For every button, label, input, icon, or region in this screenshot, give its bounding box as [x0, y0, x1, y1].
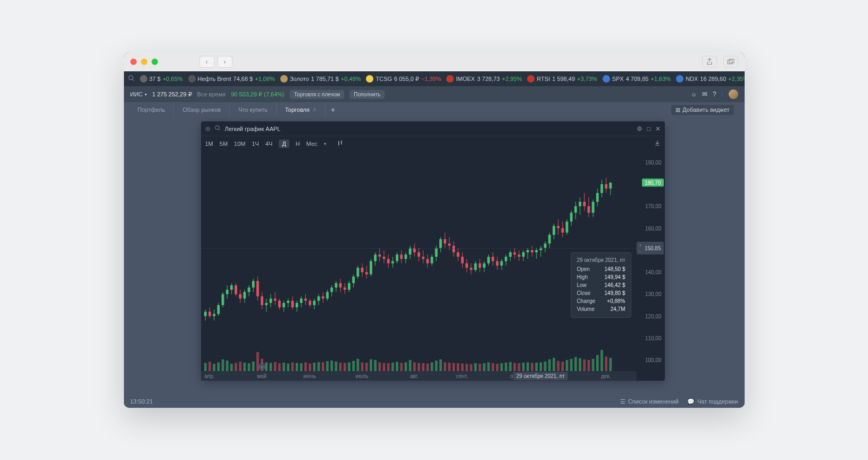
- svg-rect-131: [382, 363, 385, 371]
- svg-rect-128: [378, 363, 381, 372]
- timeframe-Н[interactable]: Н: [296, 141, 300, 147]
- svg-rect-170: [439, 359, 442, 371]
- svg-rect-142: [400, 254, 403, 259]
- svg-rect-32: [239, 362, 241, 371]
- settings-icon[interactable]: ⚙: [637, 125, 642, 133]
- tabs-icon[interactable]: [723, 56, 738, 68]
- timeframe-Д[interactable]: Д: [279, 139, 289, 148]
- svg-rect-95: [330, 360, 333, 371]
- svg-rect-280: [600, 184, 603, 193]
- add-widget-button[interactable]: ⊞ Добавить виджет: [671, 105, 733, 115]
- svg-rect-125: [374, 360, 377, 371]
- svg-rect-214: [504, 257, 507, 261]
- search-icon[interactable]: [128, 75, 135, 83]
- back-button[interactable]: ‹: [199, 56, 214, 68]
- forward-button[interactable]: ›: [218, 56, 232, 68]
- timeframe-1М[interactable]: 1М: [205, 141, 213, 147]
- svg-rect-205: [491, 257, 494, 261]
- svg-rect-268: [583, 202, 586, 206]
- maximize-icon[interactable]: [152, 59, 158, 65]
- svg-rect-92: [326, 361, 329, 371]
- expand-icon[interactable]: □: [647, 125, 650, 133]
- alltime-label: Все время: [197, 91, 226, 97]
- svg-rect-203: [487, 363, 490, 372]
- changelog-link[interactable]: ☰ Список изменений: [620, 398, 679, 405]
- svg-rect-49: [265, 303, 268, 305]
- ticker-item[interactable]: IMOEX3 728,73+2,95%: [446, 75, 522, 83]
- ticker-item[interactable]: 37 $+0,65%: [140, 75, 183, 83]
- tab-портфель[interactable]: Портфель: [129, 102, 174, 117]
- svg-rect-185: [461, 364, 464, 371]
- svg-rect-79: [308, 301, 311, 305]
- timeframe-4Ч[interactable]: 4Ч: [265, 141, 272, 147]
- tab-close-icon[interactable]: ×: [313, 106, 316, 113]
- tab-что купить[interactable]: Что купить: [230, 102, 277, 117]
- svg-rect-154: [418, 252, 420, 257]
- candlestick-icon[interactable]: [337, 140, 344, 147]
- svg-rect-68: [291, 363, 294, 372]
- close-icon[interactable]: ✕: [655, 125, 661, 133]
- margin-chip[interactable]: Торговля с плечом: [290, 90, 344, 99]
- download-icon[interactable]: [654, 140, 661, 147]
- search-icon[interactable]: [215, 125, 221, 132]
- svg-rect-38: [247, 363, 250, 371]
- close-icon[interactable]: [130, 59, 137, 65]
- ticker-item[interactable]: TCSG6 055,0 ₽−1,39%: [366, 75, 441, 83]
- svg-rect-193: [474, 264, 477, 270]
- avatar[interactable]: [729, 89, 738, 99]
- svg-rect-211: [500, 261, 503, 266]
- svg-rect-163: [430, 257, 433, 263]
- svg-rect-197: [478, 364, 481, 371]
- svg-rect-239: [539, 363, 542, 372]
- svg-rect-148: [408, 248, 411, 254]
- chevron-down-icon: ▾: [145, 92, 147, 97]
- svg-rect-281: [600, 350, 603, 371]
- ticker-item[interactable]: NDX16 289,60+2,35%: [676, 75, 744, 83]
- svg-rect-20: [221, 359, 224, 371]
- theme-icon[interactable]: ☼: [691, 91, 697, 98]
- svg-rect-65: [287, 364, 289, 371]
- mail-icon[interactable]: ✉: [702, 91, 707, 98]
- svg-rect-176: [448, 363, 450, 371]
- add-tab-button[interactable]: +: [326, 105, 340, 114]
- help-icon[interactable]: ?: [713, 91, 716, 98]
- svg-rect-116: [361, 363, 363, 372]
- plot-area[interactable]: D 29 октября 2021, пт Open148,50 $High14…: [201, 151, 637, 371]
- timeframe-1Ч[interactable]: 1Ч: [252, 141, 258, 147]
- svg-rect-109: [352, 276, 355, 283]
- ticker-item[interactable]: Нефть Brent74,68 $+1,08%: [188, 75, 275, 83]
- timeframe-10М[interactable]: 10М: [234, 141, 245, 147]
- timeframe-Мес[interactable]: Мес: [306, 141, 318, 147]
- ticker-item[interactable]: RTSI1 598,49+3,73%: [527, 75, 597, 83]
- svg-rect-215: [504, 363, 507, 371]
- share-icon[interactable]: [702, 56, 717, 68]
- chevron-down-icon[interactable]: ▾: [324, 141, 327, 146]
- svg-rect-113: [356, 359, 359, 371]
- ticker-item[interactable]: Золото1 785,71 $+0,49%: [280, 75, 361, 83]
- svg-rect-98: [335, 362, 337, 371]
- tab-обзор рынков[interactable]: Обзор рынков: [174, 102, 230, 117]
- svg-rect-140: [396, 362, 398, 371]
- account-selector[interactable]: ИИС ▾: [130, 91, 147, 97]
- support-chat-link[interactable]: 💬 Чат поддержки: [687, 398, 738, 405]
- svg-rect-70: [295, 303, 298, 307]
- timeframe-5М[interactable]: 5М: [220, 141, 228, 147]
- svg-rect-284: [605, 357, 607, 372]
- target-icon[interactable]: ◎: [205, 125, 211, 132]
- minimize-icon[interactable]: [141, 59, 147, 65]
- svg-rect-158: [422, 363, 424, 371]
- tab-торговля[interactable]: Торговля×: [277, 102, 326, 117]
- balance-value: 1 275 252,29 ₽: [152, 91, 191, 98]
- svg-rect-77: [304, 363, 307, 372]
- svg-rect-31: [239, 294, 241, 298]
- svg-rect-112: [356, 268, 359, 277]
- chart-body[interactable]: D 29 октября 2021, пт Open148,50 $High14…: [201, 151, 665, 381]
- svg-rect-218: [509, 362, 512, 371]
- svg-rect-161: [426, 364, 429, 371]
- deposit-chip[interactable]: Пополнить: [349, 90, 385, 99]
- svg-rect-259: [570, 213, 572, 222]
- svg-rect-250: [557, 226, 560, 228]
- svg-rect-107: [348, 363, 350, 372]
- ticker-item[interactable]: SPX4 709,85+1,63%: [603, 75, 671, 83]
- svg-rect-253: [561, 228, 564, 233]
